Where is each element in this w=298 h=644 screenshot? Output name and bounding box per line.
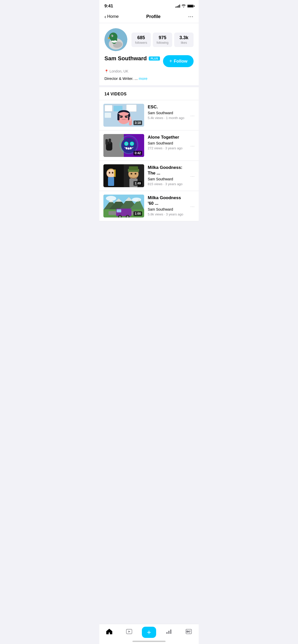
profile-section: 685 followers 975 following 3.3k likes S… <box>99 23 199 85</box>
likes-count: 3.3k <box>176 35 192 40</box>
status-time: 9:41 <box>104 4 113 9</box>
svg-point-30 <box>125 142 128 145</box>
svg-rect-34 <box>130 147 131 149</box>
stats-row: 685 followers 975 following 3.3k likes <box>131 33 194 47</box>
followers-label: followers <box>133 41 149 45</box>
videos-header: 14 VIDEOS <box>99 87 199 100</box>
content-area: 685 followers 975 following 3.3k likes S… <box>99 23 199 242</box>
svg-point-8 <box>111 35 112 36</box>
svg-rect-38 <box>109 139 111 144</box>
svg-rect-18 <box>120 116 123 118</box>
video-thumbnail: 1:49 <box>103 164 144 187</box>
videos-section: 14 VIDEOS <box>99 87 199 221</box>
video-item[interactable]: 1:00 Milka Goodness '60 ... Sam Southwar… <box>99 191 199 221</box>
likes-label: likes <box>176 41 192 45</box>
svg-point-69 <box>106 196 116 201</box>
video-more-button[interactable]: ··· <box>190 173 195 179</box>
bio-more-link[interactable]: more <box>139 76 147 81</box>
svg-point-50 <box>135 173 137 174</box>
svg-rect-11 <box>105 105 112 111</box>
svg-point-7 <box>111 35 113 37</box>
svg-rect-42 <box>114 169 116 177</box>
svg-point-43 <box>109 172 110 174</box>
video-duration: 3:18 <box>133 121 142 125</box>
section-divider <box>99 85 199 87</box>
video-meta: 272 views · 3 years ago <box>148 146 187 150</box>
back-label: Home <box>107 14 119 19</box>
svg-rect-13 <box>126 105 137 112</box>
svg-rect-14 <box>105 113 111 118</box>
bio-ellipsis: ... <box>134 76 139 81</box>
video-title: Milka Goodness: The ... <box>148 165 187 176</box>
svg-point-49 <box>131 173 132 174</box>
video-thumbnail: 1:00 <box>103 195 144 217</box>
video-author: Sam Southward <box>148 141 187 145</box>
video-title: ESC. <box>148 104 187 110</box>
svg-rect-37 <box>105 139 108 145</box>
svg-rect-32 <box>126 147 127 149</box>
page-title: Profile <box>146 14 160 19</box>
svg-rect-48 <box>129 166 138 170</box>
video-meta: 5.8k views · 3 years ago <box>148 212 187 216</box>
profile-location: 📍 London, UK <box>104 69 194 73</box>
profile-bio: Director & Writer. ... more <box>104 76 194 81</box>
location-pin-icon: 📍 <box>104 69 109 73</box>
following-stat[interactable]: 975 following <box>153 33 172 47</box>
video-thumbnail: 0:42 <box>103 134 144 157</box>
more-options-button[interactable]: ··· <box>188 13 194 20</box>
video-duration: 0:42 <box>133 151 142 155</box>
svg-rect-19 <box>125 116 128 118</box>
svg-point-44 <box>112 172 113 174</box>
back-chevron-icon: ‹ <box>104 14 106 19</box>
bio-text: Director & Writer. <box>104 76 133 81</box>
video-title: Milka Goodness '60 ... <box>148 195 187 206</box>
video-more-button[interactable]: ··· <box>190 112 195 119</box>
back-button[interactable]: ‹ Home <box>104 14 119 19</box>
video-more-button[interactable]: ··· <box>190 203 195 209</box>
svg-rect-33 <box>128 148 129 150</box>
video-author: Sam Southward <box>148 111 187 115</box>
status-icons <box>175 4 194 8</box>
follow-label: Follow <box>174 59 187 64</box>
video-info: Milka Goodness: The ... Sam Southward 81… <box>148 164 187 186</box>
svg-point-70 <box>132 198 141 202</box>
video-info: Alone Together Sam Southward 272 views ·… <box>148 134 187 150</box>
avatar[interactable] <box>104 28 127 51</box>
wifi-icon <box>182 4 186 8</box>
followers-stat[interactable]: 685 followers <box>131 33 151 47</box>
signal-icon <box>175 5 180 8</box>
plus-badge: PLUS <box>149 56 160 61</box>
svg-rect-64 <box>117 209 121 212</box>
location-text: London, UK <box>110 69 128 73</box>
svg-rect-16 <box>117 114 119 120</box>
profile-name: Sam Southward <box>104 55 147 62</box>
video-author: Sam Southward <box>148 207 187 211</box>
svg-rect-45 <box>108 177 114 186</box>
svg-rect-24 <box>129 116 131 121</box>
follow-plus-icon: + <box>169 58 172 64</box>
nav-bar: ‹ Home Profile ··· <box>99 11 199 23</box>
video-author: Sam Southward <box>148 177 187 181</box>
likes-stat[interactable]: 3.3k likes <box>174 33 194 47</box>
profile-top: 685 followers 975 following 3.3k likes <box>104 28 194 51</box>
video-item[interactable]: 3:18 ESC. Sam Southward 5.4k views · 1 m… <box>99 100 199 130</box>
profile-name-section: Sam Southward PLUS <box>104 55 160 62</box>
video-item[interactable]: 0:42 Alone Together Sam Southward 272 vi… <box>99 130 199 161</box>
follow-button[interactable]: + Follow <box>163 55 194 67</box>
following-label: following <box>155 41 170 45</box>
svg-point-5 <box>109 33 117 41</box>
profile-info: Sam Southward PLUS + Follow <box>104 55 194 67</box>
video-meta: 5.4k views · 1 month ago <box>148 116 187 120</box>
video-more-button[interactable]: ··· <box>190 142 195 149</box>
profile-name-row: Sam Southward PLUS <box>104 55 160 62</box>
svg-point-31 <box>131 142 133 145</box>
video-duration: 1:00 <box>133 211 142 216</box>
following-count: 975 <box>155 35 170 40</box>
video-info: ESC. Sam Southward 5.4k views · 1 month … <box>148 104 187 120</box>
followers-count: 685 <box>133 35 149 40</box>
video-title: Alone Together <box>148 135 187 140</box>
status-bar: 9:41 <box>99 0 199 11</box>
video-thumbnail: 3:18 <box>103 104 144 127</box>
video-duration: 1:49 <box>133 181 142 186</box>
video-item[interactable]: 1:49 Milka Goodness: The ... Sam Southwa… <box>99 161 199 191</box>
